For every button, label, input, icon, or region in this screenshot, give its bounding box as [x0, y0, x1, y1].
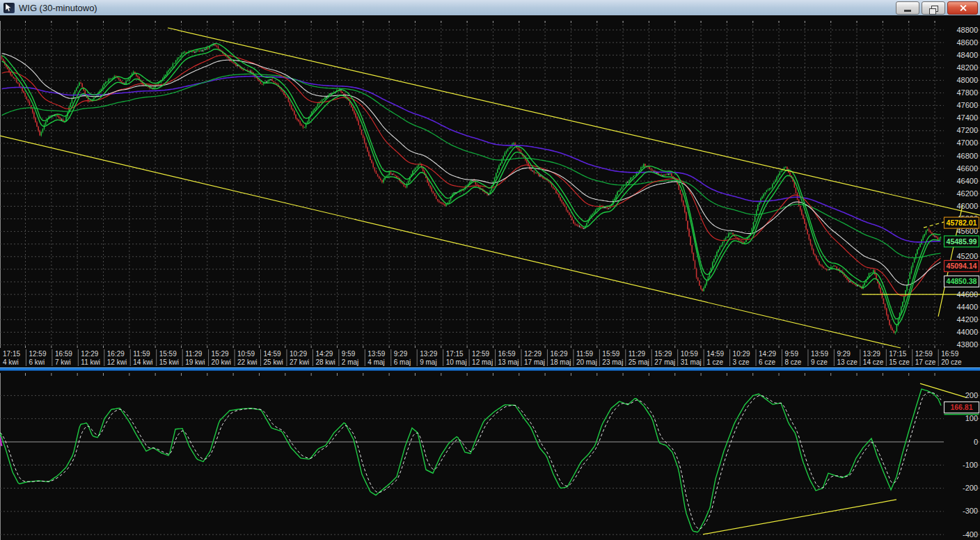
panel-splitter[interactable]	[0, 367, 980, 371]
minimize-icon	[904, 10, 911, 12]
date-label: 13 cze	[837, 358, 858, 366]
time-label: 13:59	[811, 350, 828, 358]
date-label: 6 maj	[394, 358, 411, 366]
time-label: 10:59	[237, 350, 255, 358]
time-label: 11:29	[185, 350, 203, 358]
date-label: 14 cze	[863, 358, 884, 366]
price-tick-label: 45200	[956, 252, 978, 260]
time-label: 17:15	[446, 350, 464, 358]
time-label: 15:29	[212, 350, 229, 358]
close-button[interactable]	[947, 1, 978, 15]
restore-button[interactable]	[922, 1, 945, 15]
price-tick-label: 44400	[956, 303, 978, 311]
price-tick-label: 44600	[956, 290, 978, 299]
price-value-label: 45782.01	[947, 219, 977, 227]
time-label: 9:59	[342, 350, 356, 358]
price-tick-label: 43800	[956, 340, 978, 349]
date-label: 11 kwi	[81, 358, 100, 366]
chart-canvas[interactable]: 4880048600484004820048000478004760047400…	[0, 15, 980, 540]
price-tick-label: 48600	[956, 38, 978, 47]
chart-background	[0, 15, 980, 540]
time-label: 13:29	[863, 350, 880, 358]
time-label: 14:29	[759, 350, 776, 358]
oscillator-tick-label: 0	[974, 438, 978, 446]
price-tick-label: 46800	[956, 152, 978, 160]
time-label: 13:29	[420, 350, 437, 358]
time-label: 10:29	[290, 350, 307, 358]
minimize-button[interactable]	[896, 1, 919, 15]
date-label: 17 cze	[915, 358, 936, 366]
time-label: 10:59	[681, 350, 698, 358]
time-label: 16:29	[107, 350, 125, 358]
date-label: 20 maj	[576, 358, 597, 366]
price-tick-label: 47800	[956, 88, 978, 97]
date-label: 20 cze	[941, 358, 962, 366]
price-tick-label: 48400	[956, 51, 978, 59]
price-tick-label: 47000	[956, 138, 978, 147]
date-label: 27 kwi	[290, 358, 309, 366]
price-tick-label: 46400	[956, 177, 978, 185]
date-label: 15 cze	[889, 358, 910, 366]
date-label: 27 maj	[654, 358, 675, 366]
time-label: 16:59	[498, 350, 516, 358]
time-label: 16:59	[941, 350, 958, 358]
price-tick-label: 48000	[956, 76, 978, 84]
app-icon	[3, 3, 15, 13]
date-label: 6 cze	[759, 358, 775, 366]
window-controls	[896, 1, 978, 15]
price-tick-label: 48200	[956, 63, 978, 72]
date-label: 20 kwi	[212, 358, 231, 366]
time-label: 16:29	[550, 350, 567, 358]
time-label: 12:29	[524, 350, 542, 358]
price-value-label: 44850.38	[947, 277, 977, 285]
price-tick-label: 48800	[956, 26, 978, 34]
date-label: 23 maj	[602, 358, 623, 366]
time-label: 9:59	[785, 350, 799, 358]
price-tick-label: 44200	[956, 315, 978, 324]
date-label: 9 maj	[420, 358, 436, 366]
time-label: 14:59	[706, 350, 724, 358]
date-label: 2 maj	[342, 358, 358, 366]
price-value-label: 45485.99	[947, 237, 977, 246]
date-label: 12 maj	[472, 358, 493, 366]
oscillator-tick-label: -100	[963, 461, 978, 469]
oscillator-tick-label: -200	[963, 484, 978, 492]
date-label: 22 kwi	[237, 358, 257, 366]
close-icon	[959, 4, 967, 12]
time-label: 15:59	[602, 350, 619, 358]
restore-icon	[931, 6, 938, 12]
price-tick-label: 44000	[956, 328, 978, 336]
date-label: 13 maj	[498, 358, 519, 366]
oscillator-tick-label: 200	[965, 391, 978, 399]
time-label: 9:29	[837, 350, 851, 358]
date-label: 9 cze	[811, 358, 828, 366]
price-tick-label: 46600	[956, 164, 978, 173]
price-tick-label: 47400	[956, 113, 978, 122]
time-label: 17:15	[3, 350, 20, 358]
time-label: 15:59	[159, 350, 177, 358]
date-label: 25 maj	[629, 358, 649, 366]
window-title: WIG (30-minutowo)	[19, 3, 97, 13]
price-tick-label: 46200	[956, 189, 978, 198]
date-label: 25 kwi	[264, 358, 283, 366]
time-label: 11:29	[629, 350, 646, 358]
date-label: 6 kwi	[29, 358, 45, 366]
price-tick-label: 47600	[956, 101, 978, 109]
time-label: 9:29	[394, 350, 408, 358]
date-label: 18 maj	[550, 358, 571, 366]
oscillator-tick-label: 100	[965, 414, 978, 422]
price-tick-label: 46000	[956, 202, 978, 210]
date-label: 8 cze	[785, 358, 802, 366]
oscillator-tick-label: -400	[963, 530, 978, 539]
oscillator-value-label: 166.81	[950, 403, 972, 411]
time-label: 11:59	[576, 350, 594, 358]
time-label: 10:29	[733, 350, 750, 358]
date-label: 3 cze	[733, 358, 750, 366]
time-label: 11:59	[133, 350, 150, 358]
title-bar[interactable]: WIG (30-minutowo)	[0, 0, 980, 16]
date-label: 4 maj	[368, 358, 384, 366]
time-label: 12:29	[81, 350, 98, 358]
date-label: 28 kwi	[315, 358, 335, 366]
time-label: 16:59	[55, 350, 72, 358]
time-label: 15:29	[654, 350, 672, 358]
